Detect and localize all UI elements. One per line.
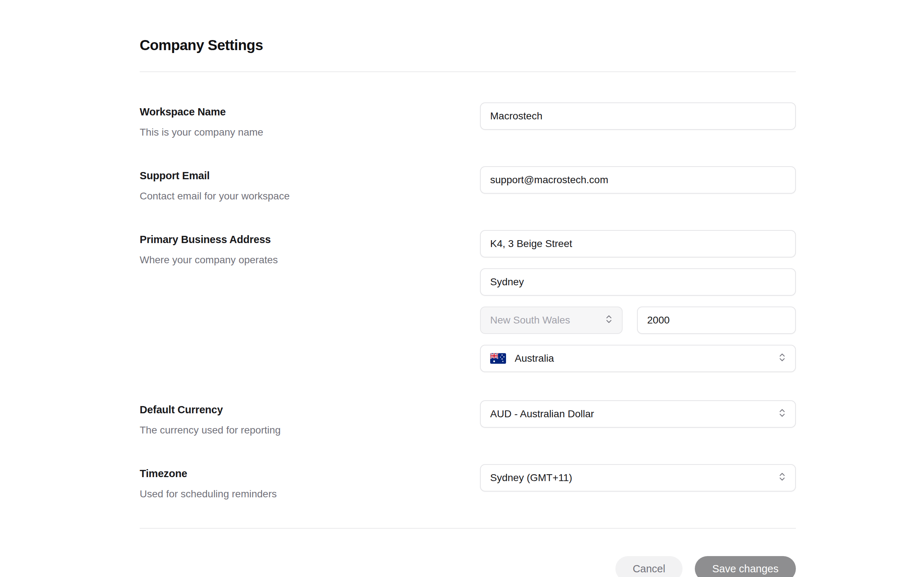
support-email-labels: Support Email Contact email for your wor… [140,166,480,202]
footer-divider [140,528,796,529]
address-control: New South Wales [480,230,796,372]
currency-labels: Default Currency The currency used for r… [140,400,480,436]
workspace-name-row: Workspace Name This is your company name [140,102,796,138]
city-input[interactable] [480,268,796,296]
support-email-label: Support Email [140,170,480,182]
currency-label: Default Currency [140,404,480,416]
workspace-name-control [480,102,796,130]
country-select[interactable]: Australia [480,345,796,372]
currency-select[interactable]: AUD - Australian Dollar [480,400,796,428]
workspace-name-labels: Workspace Name This is your company name [140,102,480,138]
support-email-input[interactable] [480,166,796,193]
currency-control: AUD - Australian Dollar [480,400,796,428]
country-select-content: Australia [490,353,554,364]
support-email-row: Support Email Contact email for your wor… [140,166,796,202]
timezone-description: Used for scheduling reminders [140,488,480,500]
chevrons-up-down-icon [604,314,614,327]
workspace-name-label: Workspace Name [140,106,480,118]
address-labels: Primary Business Address Where your comp… [140,230,480,266]
header-divider [140,71,796,72]
page-title: Company Settings [140,37,796,53]
cancel-button[interactable]: Cancel [615,556,683,577]
australia-flag-icon [490,353,506,364]
timezone-label: Timezone [140,468,480,480]
chevrons-up-down-icon [777,408,787,421]
timezone-control: Sydney (GMT+11) [480,464,796,492]
state-select[interactable]: New South Wales [480,306,623,334]
chevrons-up-down-icon [777,352,787,365]
company-settings-form: Workspace Name This is your company name… [140,102,796,500]
chevrons-up-down-icon [777,472,787,484]
address-label: Primary Business Address [140,234,480,246]
company-settings-panel: Company Settings Workspace Name This is … [140,0,796,577]
country-select-value: Australia [515,353,554,364]
state-select-value: New South Wales [490,314,570,326]
street-address-input[interactable] [480,230,796,258]
currency-row: Default Currency The currency used for r… [140,400,796,436]
timezone-select[interactable]: Sydney (GMT+11) [480,464,796,492]
timezone-row: Timezone Used for scheduling reminders S… [140,464,796,500]
save-changes-button[interactable]: Save changes [695,556,796,577]
workspace-name-description: This is your company name [140,127,480,138]
timezone-labels: Timezone Used for scheduling reminders [140,464,480,500]
timezone-select-value: Sydney (GMT+11) [490,472,572,484]
address-row: Primary Business Address Where your comp… [140,230,796,372]
currency-description: The currency used for reporting [140,424,480,436]
state-postcode-row: New South Wales [480,306,796,334]
footer-actions: Cancel Save changes [140,556,796,577]
address-description: Where your company operates [140,254,480,266]
currency-select-value: AUD - Australian Dollar [490,408,594,420]
support-email-control [480,166,796,193]
support-email-description: Contact email for your workspace [140,190,480,202]
workspace-name-input[interactable] [480,102,796,130]
postcode-input[interactable] [637,306,796,334]
